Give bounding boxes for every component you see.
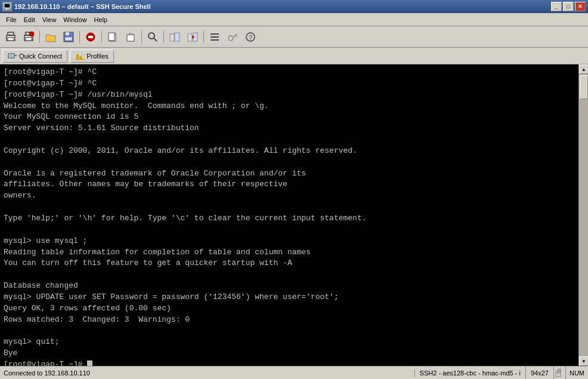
svg-rect-17 [127, 35, 134, 41]
menu-window[interactable]: Window [60, 15, 90, 24]
statusbar-dimensions: 94x27 [526, 366, 554, 380]
svg-rect-2 [5, 8, 9, 10]
statusbar-icon [554, 366, 566, 380]
svg-rect-36 [10, 55, 13, 57]
svg-rect-4 [8, 32, 14, 35]
svg-rect-29 [211, 39, 219, 41]
svg-line-20 [154, 38, 157, 41]
settings-button[interactable] [206, 29, 223, 45]
terminal[interactable]: [root@vigap-T ~]# ^C [root@vigap-T ~]# ^… [0, 64, 578, 366]
search-button[interactable] [144, 29, 161, 45]
profiles-label: Profiles [86, 53, 109, 60]
svg-point-9 [29, 32, 34, 36]
terminal-wrapper: [root@vigap-T ~]# ^C [root@vigap-T ~]# ^… [0, 64, 588, 366]
svg-rect-14 [88, 36, 93, 38]
toolbar-sep-1 [39, 31, 40, 43]
quick-connect-label: Quick Connect [19, 53, 62, 60]
statusbar-connection: Connected to 192.168.10.110 [0, 369, 415, 377]
svg-rect-11 [66, 32, 69, 35]
svg-rect-27 [211, 33, 219, 35]
connect-icon [8, 51, 17, 61]
svg-line-31 [233, 34, 237, 37]
stop-button[interactable] [82, 29, 99, 45]
open-button[interactable] [42, 29, 59, 45]
keygen-button[interactable] [224, 29, 241, 45]
scrollbar-thumb[interactable] [580, 75, 588, 99]
statusbar-right: SSH2 - aes128-cbc - hmac-md5 - i 94x27 N… [415, 366, 588, 380]
toolbar-sep-6 [203, 31, 204, 43]
scroll-up-button[interactable]: ▲ [579, 64, 588, 74]
print2-button[interactable] [20, 29, 37, 45]
profiles-icon [75, 51, 85, 61]
quickconnect-bar: Quick Connect Profiles [0, 48, 588, 64]
scrollbar[interactable]: ▲ ▼ [578, 64, 588, 366]
toolbar: ? [0, 26, 588, 48]
menubar: File Edit View Window Help [0, 13, 588, 26]
svg-rect-1 [5, 4, 10, 7]
scroll-down-button[interactable]: ▼ [579, 356, 588, 366]
menu-file[interactable]: File [2, 15, 20, 24]
scrollbar-track [579, 74, 588, 356]
titlebar-left: 192.168.10.110 – default – SSH Secure Sh… [2, 2, 151, 11]
transfer-button[interactable] [184, 29, 201, 45]
menu-edit[interactable]: Edit [20, 15, 39, 24]
help-button[interactable]: ? [242, 29, 259, 45]
app-icon [2, 2, 12, 11]
svg-rect-5 [8, 38, 14, 41]
svg-rect-38 [556, 372, 561, 377]
titlebar-title: 192.168.10.110 – default – SSH Secure Sh… [14, 3, 151, 10]
close-button[interactable]: ✕ [575, 2, 586, 11]
maximize-button[interactable]: □ [563, 2, 574, 11]
svg-rect-8 [26, 38, 32, 41]
statusbar-encryption: SSH2 - aes128-cbc - hmac-md5 - i [415, 366, 526, 380]
svg-rect-16 [109, 33, 114, 41]
svg-rect-22 [175, 33, 180, 41]
svg-rect-28 [211, 36, 219, 38]
num-lock-indicator: NUM [566, 366, 588, 380]
svg-rect-18 [129, 33, 132, 35]
profiles-button[interactable]: Profiles [70, 50, 114, 63]
svg-text:?: ? [249, 34, 252, 41]
svg-point-30 [228, 36, 233, 41]
menu-help[interactable]: Help [90, 15, 111, 24]
copy-button[interactable] [104, 29, 121, 45]
svg-rect-12 [65, 37, 72, 41]
minimize-button[interactable]: _ [551, 2, 562, 11]
svg-point-19 [148, 33, 154, 39]
svg-rect-23 [188, 34, 192, 41]
filemanager-button[interactable] [166, 29, 183, 45]
menu-view[interactable]: View [39, 15, 60, 24]
quick-connect-button[interactable]: Quick Connect [2, 50, 67, 63]
paste-button[interactable] [122, 29, 139, 45]
terminal-cursor [87, 360, 92, 366]
toolbar-sep-2 [79, 31, 80, 43]
toolbar-sep-5 [163, 31, 164, 43]
toolbar-sep-3 [101, 31, 102, 43]
print-button[interactable] [2, 29, 19, 45]
titlebar-buttons: _ □ ✕ [551, 2, 586, 11]
titlebar: 192.168.10.110 – default – SSH Secure Sh… [0, 0, 588, 13]
statusbar: Connected to 192.168.10.110 SSH2 - aes12… [0, 366, 588, 379]
svg-rect-21 [170, 34, 174, 41]
toolbar-sep-4 [141, 31, 142, 43]
save-button[interactable] [60, 29, 77, 45]
